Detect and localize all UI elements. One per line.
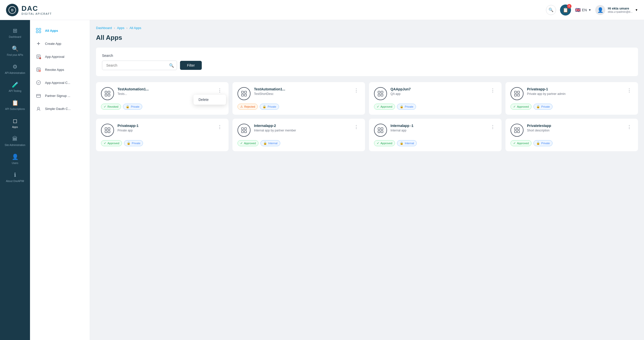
svg-rect-26	[108, 94, 110, 96]
svg-rect-44	[244, 128, 246, 130]
svg-rect-32	[381, 91, 383, 93]
card-header: Privateapp-1 Private app ⋮	[101, 124, 224, 137]
approved-badge-icon: ✓	[240, 141, 243, 145]
sidebar-item-api-admin[interactable]: ⚙ API Administration	[0, 60, 30, 78]
card-badges: ✓ Approved 🔒 Internal	[238, 140, 360, 146]
sidebar-item-apps[interactable]: ◻ Apps	[0, 114, 30, 132]
sidebar-item-api-subscriptions[interactable]: 📋 API Subscriptions	[0, 96, 30, 114]
user-info[interactable]: 👤 Hi ekta umare ekta.u+padmin@d... ▼	[595, 5, 638, 15]
card-menu-button[interactable]: ⋮	[489, 87, 496, 94]
notification-button[interactable]: 📋 0	[560, 5, 571, 16]
card-info: Internalapp -1 Internal app	[390, 124, 486, 133]
search-section: Search 🔍 Filter	[96, 48, 638, 76]
breadcrumb-apps[interactable]: Apps	[117, 26, 124, 30]
secondary-item-simple-oauth[interactable]: Simple Oauth C...	[30, 102, 90, 115]
card-menu-button[interactable]: ⋮	[489, 124, 496, 130]
secondary-item-revoke-apps[interactable]: Revoke Apps	[30, 63, 90, 76]
private-badge-icon: 🔒	[126, 105, 130, 108]
apps-icon: ◻	[13, 118, 17, 124]
sidebar-item-site-admin[interactable]: 🏛 Site Administration	[0, 132, 30, 150]
logo-text: DAC DIGITAL APICRAFT	[22, 5, 52, 15]
svg-rect-27	[242, 91, 244, 93]
approved-badge-icon: ✓	[513, 141, 516, 145]
all-apps-icon	[35, 27, 42, 34]
search-row: 🔍 Filter	[102, 61, 632, 70]
card-description: Private app	[118, 129, 212, 133]
card-menu-button[interactable]: ⋮	[626, 87, 633, 94]
main-container: ⊞ Dashboard 🔍 Find your APIs ⚙ API Admin…	[0, 20, 644, 340]
sidebar-item-about[interactable]: ℹ About OneAPIM	[0, 168, 30, 186]
card-info: TestAutomation1... TestShortDesc	[254, 87, 349, 96]
breadcrumb-current: All Apps	[130, 26, 141, 30]
logo-dac-text: DAC	[22, 5, 52, 13]
card-menu-button[interactable]: ⋮	[626, 124, 633, 130]
secondary-item-create-app[interactable]: Create App	[30, 37, 90, 50]
card-menu-button[interactable]: ⋮	[352, 124, 360, 130]
card-menu-button[interactable]: ⋮	[352, 87, 360, 94]
secondary-label-app-approval-c: App Approval C...	[45, 81, 70, 85]
filter-button[interactable]: Filter	[180, 61, 202, 70]
app-approval-icon: !	[35, 53, 42, 60]
svg-rect-48	[381, 128, 383, 130]
search-icon: 🔍	[169, 63, 174, 68]
card-info: Internalapp-2 Internal app by partner me…	[254, 124, 349, 133]
search-input-wrap: 🔍	[102, 61, 177, 70]
svg-rect-20	[36, 94, 40, 97]
svg-rect-23	[105, 91, 107, 93]
secondary-item-partner-signup[interactable]: Partner Signup ...	[30, 89, 90, 102]
approved-badge-icon: ✓	[377, 105, 379, 108]
card-info: Privateapp-1 Private app	[118, 124, 212, 133]
notification-badge: 0	[567, 4, 572, 9]
sidebar-item-dashboard[interactable]: ⊞ Dashboard	[0, 24, 30, 42]
delete-menu-item[interactable]: Delete	[194, 95, 226, 105]
badge-private: 🔒 Private	[534, 104, 552, 110]
secondary-item-app-approval[interactable]: ! App Approval	[30, 50, 90, 63]
svg-rect-36	[518, 91, 520, 93]
svg-rect-34	[381, 94, 383, 96]
card-menu-button[interactable]: ⋮	[216, 124, 224, 130]
app-approval-c-icon	[35, 79, 42, 86]
badge-approved: ✓ Approved	[510, 140, 532, 146]
find-apis-icon: 🔍	[12, 46, 18, 52]
breadcrumb-sep-2: ›	[126, 26, 128, 30]
secondary-item-all-apps[interactable]: All Apps	[30, 24, 90, 37]
sidebar-item-api-testing[interactable]: 🧪 API Testing	[0, 78, 30, 96]
app-card: Privateapp-1 Private app ⋮ ✓ Approved 🔒 …	[96, 119, 228, 151]
sidebar-label-site-admin: Site Administration	[5, 144, 26, 147]
sidebar-item-users[interactable]: 👤 Users	[0, 150, 30, 168]
app-icon	[238, 124, 250, 137]
svg-rect-42	[108, 131, 110, 133]
approved-badge-icon: ✓	[104, 141, 106, 145]
breadcrumb-dashboard[interactable]: Dashboard	[96, 26, 112, 30]
api-testing-icon: 🧪	[12, 82, 18, 88]
app-card: TestAutomation1... Tests... ⋮ ✓ Revoked …	[96, 82, 228, 115]
card-info: QAAppJun7 QA app	[390, 87, 486, 96]
private-badge-icon: 🔒	[400, 105, 404, 108]
sidebar-label-apps: Apps	[12, 126, 18, 129]
badge-private: 🔒 Private	[124, 140, 143, 146]
card-menu-button[interactable]: ⋮	[216, 87, 224, 94]
sidebar-label-api-admin: API Administration	[5, 72, 25, 75]
card-description: QA app	[390, 92, 486, 96]
secondary-item-app-approval-c[interactable]: App Approval C...	[30, 76, 90, 89]
app-card: TestAutomation1... TestShortDesc ⋮ ⚠ Rej…	[232, 82, 365, 115]
card-badges: ✓ Approved 🔒 Private	[101, 140, 224, 146]
app-card: Internalapp -1 Internal app ⋮ ✓ Approved…	[369, 119, 502, 151]
svg-text:D: D	[11, 9, 14, 12]
users-icon: 👤	[12, 154, 18, 160]
svg-rect-47	[378, 128, 380, 130]
card-name: TestAutomation1...	[118, 87, 158, 91]
simple-oauth-icon	[35, 105, 42, 112]
app-card: Internalapp-2 Internal app by partner me…	[232, 119, 365, 151]
language-selector[interactable]: 🇬🇧 EN ▼	[575, 7, 591, 13]
header-search-button[interactable]: 🔍	[546, 5, 556, 15]
revoke-apps-icon	[35, 66, 42, 73]
secondary-label-create-app: Create App	[45, 42, 61, 46]
sidebar-item-find-apis[interactable]: 🔍 Find your APIs	[0, 42, 30, 60]
badge-internal: 🔒 Internal	[260, 140, 280, 146]
search-input[interactable]	[102, 61, 177, 70]
card-info: Privatetestapp Short description	[527, 124, 622, 133]
svg-rect-4	[36, 31, 38, 33]
card-badges: ⚠ Rejected 🔒 Private	[238, 104, 360, 110]
card-header: Privateapp-1 Private app by partner admi…	[510, 87, 633, 100]
